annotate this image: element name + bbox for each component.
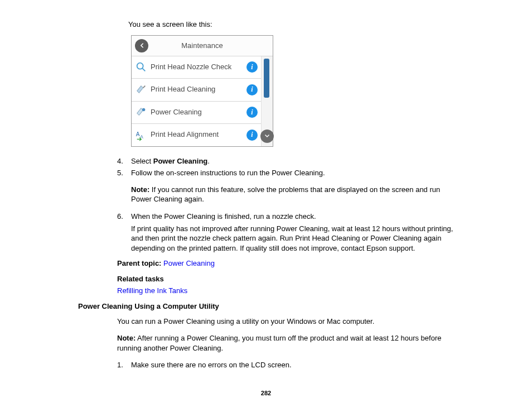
menu-label: Print Head Cleaning [151,85,244,94]
step-4: 4. Select Power Cleaning. [117,157,462,165]
menu-item-head-cleaning[interactable]: Print Head Cleaning i [132,79,261,102]
section2-note: Note: After running a Power Cleaning, yo… [117,333,462,353]
power-cleaning-icon [135,106,147,118]
step-6: 6. When the Power Cleaning is finished, … [117,212,462,221]
scroll-down-button[interactable] [260,130,274,143]
info-icon[interactable]: i [246,107,258,118]
device-list: Print Head Nozzle Check i Print Head Cle… [132,56,261,146]
back-button[interactable] [135,39,148,52]
intro-text: You see a screen like this: [128,20,462,30]
alignment-icon: AA [135,129,147,141]
info-icon[interactable]: i [246,130,258,141]
step-text: Follow the on-screen instructions to run… [131,169,462,177]
info-icon[interactable]: i [246,61,258,73]
page-number: 282 [0,390,532,396]
step-5-note: Note: If you cannot run this feature, so… [131,185,462,204]
parent-topic-line: Parent topic: Power Cleaning [117,258,462,269]
step-text: Make sure there are no errors on the LCD… [131,361,462,369]
arrow-left-icon [138,42,146,49]
parent-topic-link[interactable]: Power Cleaning [163,259,215,267]
svg-point-2 [142,108,146,112]
info-icon[interactable]: i [246,84,258,95]
menu-label: Print Head Alignment [151,131,244,139]
manual-page: You see a screen like this: Maintenance … [0,0,532,412]
menu-item-nozzle-check[interactable]: Print Head Nozzle Check i [132,56,261,79]
device-header: Maintenance [132,36,273,56]
step-6-followup: If print quality has not improved after … [131,224,462,253]
svg-line-1 [142,69,145,71]
menu-item-power-cleaning[interactable]: Power Cleaning i [132,102,261,124]
scroll-thumb[interactable] [264,59,269,98]
related-task-link[interactable]: Refilling the Ink Tanks [117,286,187,295]
menu-label: Power Cleaning [151,108,244,117]
device-title: Maintenance [181,41,223,50]
step-text: Select Power Cleaning. [131,157,462,165]
section-heading: Power Cleaning Using a Computer Utility [78,301,462,312]
device-screenshot: Maintenance Print Head Nozzle Check i Pr… [131,35,273,147]
step-number: 5. [117,169,131,177]
step-number: 1. [117,361,131,369]
related-task-line: Refilling the Ink Tanks [117,286,462,296]
menu-item-head-alignment[interactable]: AA Print Head Alignment i [132,124,261,146]
chevron-down-icon [264,133,270,140]
menu-label: Print Head Nozzle Check [151,63,244,71]
step-number: 4. [117,157,131,165]
device-body: Print Head Nozzle Check i Print Head Cle… [132,56,273,146]
svg-point-0 [137,63,143,69]
device-scrollbar[interactable] [261,56,273,146]
stepb-1: 1. Make sure there are no errors on the … [117,361,462,369]
related-tasks-heading: Related tasks [117,274,462,284]
cleaning-icon [135,84,147,96]
svg-text:A: A [136,131,140,137]
section2-intro: You can run a Power Cleaning using a uti… [117,317,462,327]
step-text: When the Power Cleaning is finished, run… [131,212,462,221]
step-number: 6. [117,212,131,221]
magnifier-icon [135,61,147,73]
step-5: 5. Follow the on-screen instructions to … [117,169,462,177]
